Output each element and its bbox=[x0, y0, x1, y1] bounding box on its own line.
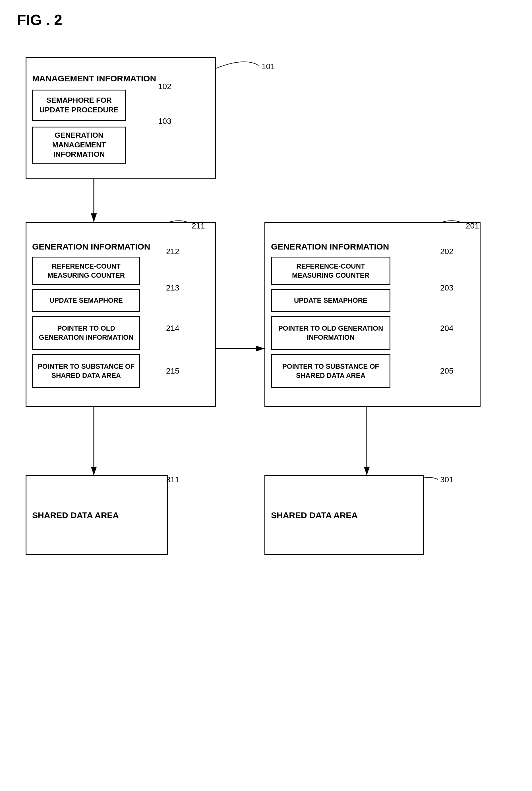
gen-info-right-label: GENERATION INFORMATION bbox=[271, 241, 389, 252]
gen-info-left-box: GENERATION INFORMATION REFERENCE-COUNT M… bbox=[25, 222, 216, 407]
ref-202: 202 bbox=[440, 247, 454, 256]
gen-mgmt-info-label: GENERATION MANAGEMENT INFORMATION bbox=[37, 131, 121, 159]
ref-311: 311 bbox=[166, 475, 179, 484]
ref-201: 201 bbox=[466, 221, 479, 231]
ref-101: 101 bbox=[262, 62, 275, 71]
ref-301: 301 bbox=[440, 475, 454, 484]
ref-count-right-label: REFERENCE-COUNT MEASURING COUNTER bbox=[276, 262, 385, 279]
gen-info-left-label: GENERATION INFORMATION bbox=[32, 241, 150, 252]
ref-count-right-box: REFERENCE-COUNT MEASURING COUNTER bbox=[271, 257, 391, 285]
ptr-old-gen-left-box: POINTER TO OLD GENERATION INFORMATION bbox=[32, 316, 140, 350]
shared-data-left-box: SHARED DATA AREA bbox=[25, 475, 168, 555]
ref-212: 212 bbox=[166, 247, 179, 256]
ptr-substance-right-label: POINTER TO SUBSTANCE OF SHARED DATA AREA bbox=[276, 362, 385, 380]
ref-count-left-box: REFERENCE-COUNT MEASURING COUNTER bbox=[32, 257, 140, 285]
ptr-substance-left-label: POINTER TO SUBSTANCE OF SHARED DATA AREA bbox=[37, 362, 135, 380]
shared-data-left-label: SHARED DATA AREA bbox=[32, 510, 119, 521]
ref-204: 204 bbox=[440, 324, 454, 333]
ref-214: 214 bbox=[166, 324, 179, 333]
ptr-old-gen-left-label: POINTER TO OLD GENERATION INFORMATION bbox=[37, 324, 135, 342]
fig-title: FIG . 2 bbox=[17, 12, 515, 29]
ptr-old-gen-right-label: POINTER TO OLD GENERATION INFORMATION bbox=[276, 324, 385, 342]
ptr-old-gen-right-box: POINTER TO OLD GENERATION INFORMATION bbox=[271, 316, 391, 350]
update-sem-right-label: UPDATE SEMAPHORE bbox=[294, 296, 367, 305]
ref-211: 211 bbox=[192, 221, 205, 231]
ptr-substance-left-box: POINTER TO SUBSTANCE OF SHARED DATA AREA bbox=[32, 354, 140, 388]
ref-102: 102 bbox=[158, 82, 171, 91]
ref-203: 203 bbox=[440, 283, 454, 293]
shared-data-right-box: SHARED DATA AREA bbox=[264, 475, 424, 555]
management-info-box: MANAGEMENT INFORMATION SEMAPHORE FOR UPD… bbox=[25, 57, 216, 179]
gen-mgmt-info-box: GENERATION MANAGEMENT INFORMATION bbox=[32, 127, 126, 164]
ref-215: 215 bbox=[166, 367, 179, 375]
ref-103: 103 bbox=[158, 117, 171, 126]
update-sem-left-box: UPDATE SEMAPHORE bbox=[32, 289, 140, 312]
ptr-substance-right-box: POINTER TO SUBSTANCE OF SHARED DATA AREA bbox=[271, 354, 391, 388]
semaphore-update-box: SEMAPHORE FOR UPDATE PROCEDURE bbox=[32, 90, 126, 121]
shared-data-right-label: SHARED DATA AREA bbox=[271, 510, 358, 521]
ref-count-left-label: REFERENCE-COUNT MEASURING COUNTER bbox=[37, 262, 135, 279]
ref-205: 205 bbox=[440, 367, 454, 375]
update-sem-right-box: UPDATE SEMAPHORE bbox=[271, 289, 391, 312]
update-sem-left-label: UPDATE SEMAPHORE bbox=[50, 296, 123, 305]
management-info-label: MANAGEMENT INFORMATION bbox=[32, 73, 156, 84]
ref-213: 213 bbox=[166, 283, 179, 293]
semaphore-update-label: SEMAPHORE FOR UPDATE PROCEDURE bbox=[37, 96, 121, 115]
